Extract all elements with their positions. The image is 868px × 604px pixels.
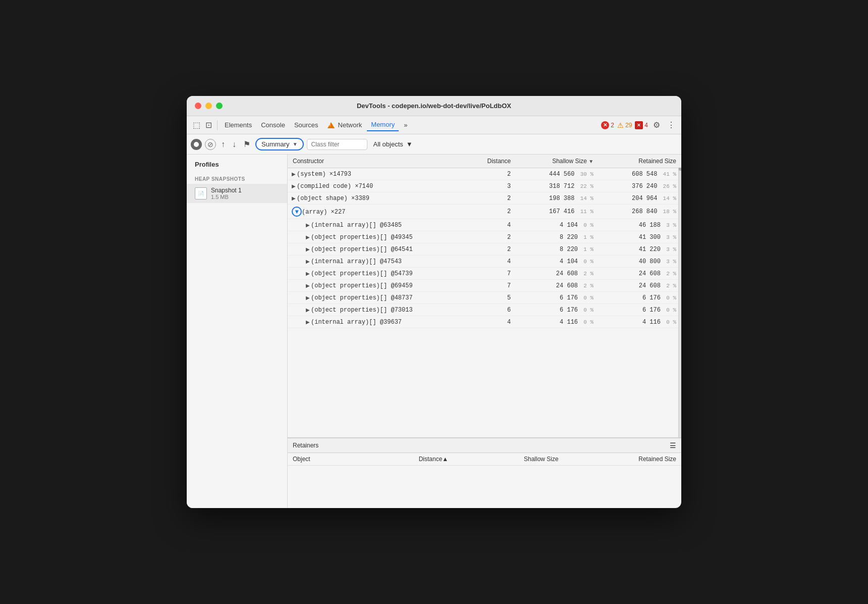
retained-size-cell: 24 608 2 % — [599, 268, 681, 280]
network-warn-icon — [328, 122, 335, 128]
expand-arrow-icon[interactable]: ▶ — [306, 222, 310, 228]
expand-arrow-icon[interactable]: ▶ — [306, 271, 310, 276]
expand-arrow-icon[interactable]: ▶ — [306, 234, 310, 240]
expand-arrow-blue-icon[interactable]: ▾ — [292, 207, 302, 217]
table-row[interactable]: ▶ (object properties)[] @6454128 220 1 %… — [288, 243, 681, 256]
retainers-empty-row — [288, 466, 681, 496]
expand-arrow-icon[interactable]: ▶ — [306, 283, 310, 288]
shallow-size-cell: 444 560 30 % — [516, 168, 599, 180]
shallow-size-cell: 4 104 0 % — [516, 256, 599, 268]
shallow-size-cell: 4 116 0 % — [516, 316, 599, 328]
close-button[interactable] — [195, 103, 201, 109]
table-row[interactable]: ▶ (compiled code) ×71403318 712 22 %376 … — [288, 180, 681, 192]
retainers-menu-icon[interactable]: ☰ — [670, 441, 676, 449]
sidebar-snapshot-item[interactable]: 📄 Snapshot 1 1.5 MB — [187, 184, 287, 203]
retained-size-cell: 376 240 26 % — [599, 180, 681, 192]
retained-size-cell: 24 608 2 % — [599, 280, 681, 292]
shallow-size-cell: 167 416 11 % — [516, 205, 599, 219]
expand-arrow-icon[interactable]: ▶ — [306, 319, 310, 325]
retained-size-cell: 608 548 41 % — [599, 168, 681, 180]
constructor-label: (object properties)[] @54739 — [311, 270, 413, 277]
main-panel: Constructor Distance Shallow Size ▼ Reta… — [288, 155, 681, 508]
expand-arrow-icon[interactable]: ▶ — [306, 295, 310, 300]
expand-arrow-icon[interactable]: ▶ — [306, 246, 310, 252]
col-header-constructor[interactable]: Constructor — [288, 155, 465, 168]
constructor-label: (object properties)[] @64541 — [311, 246, 413, 253]
distance-cell: 2 — [465, 205, 516, 219]
retainers-col-shallow[interactable]: Shallow Size — [453, 453, 563, 466]
download-icon[interactable]: ↓ — [230, 139, 238, 150]
retained-size-cell: 6 176 0 % — [599, 292, 681, 304]
distance-cell: 2 — [465, 243, 516, 256]
col-header-distance[interactable]: Distance — [465, 155, 516, 168]
scrollbar-track[interactable] — [678, 155, 681, 437]
distance-cell: 7 — [465, 280, 516, 292]
snapshot-info: Snapshot 1 1.5 MB — [211, 187, 279, 200]
more-tabs-button[interactable]: » — [400, 119, 411, 131]
distance-cell: 6 — [465, 304, 516, 316]
settings-icon[interactable]: ⚙ — [651, 119, 662, 131]
record-button[interactable] — [191, 139, 202, 150]
all-objects-label: All objects — [373, 140, 403, 148]
window-title: DevTools - codepen.io/web-dot-dev/live/P… — [357, 102, 511, 110]
minimize-button[interactable] — [205, 103, 212, 109]
sort-arrow-icon: ▼ — [588, 159, 593, 164]
expand-arrow-icon[interactable]: ▶ — [292, 195, 296, 201]
table-row[interactable]: ▶ (internal array)[] @3963744 116 0 %4 1… — [288, 316, 681, 328]
sidebar-heap-section: HEAP SNAPSHOTS — [187, 172, 287, 184]
heap-table: Constructor Distance Shallow Size ▼ Reta… — [288, 155, 681, 328]
maximize-button[interactable] — [216, 103, 223, 109]
tab-memory[interactable]: Memory — [367, 119, 399, 131]
device-icon[interactable]: ⊡ — [203, 119, 214, 131]
heap-table-container[interactable]: Constructor Distance Shallow Size ▼ Reta… — [288, 155, 681, 437]
col-header-shallow[interactable]: Shallow Size ▼ — [516, 155, 599, 168]
table-row[interactable]: ▶ (object properties)[] @69459724 608 2 … — [288, 280, 681, 292]
retainers-col-distance[interactable]: Distance▲ — [356, 453, 454, 466]
table-header-row: Constructor Distance Shallow Size ▼ Reta… — [288, 155, 681, 168]
distance-cell: 7 — [465, 268, 516, 280]
table-row[interactable]: ▶ (object properties)[] @4873756 176 0 %… — [288, 292, 681, 304]
table-row[interactable]: ▾(array) ×2272167 416 11 %268 840 18 % — [288, 205, 681, 219]
upload-icon[interactable]: ↑ — [219, 139, 227, 150]
constructor-label: (compiled code) ×7140 — [297, 183, 373, 190]
error-badge: ✕ 2 — [601, 121, 614, 129]
class-filter-input[interactable] — [307, 139, 367, 150]
snapshot-icon: 📄 — [195, 187, 207, 199]
tab-sources[interactable]: Sources — [290, 119, 322, 131]
expand-arrow-icon[interactable]: ▶ — [306, 259, 310, 264]
table-row[interactable]: ▶ (internal array)[] @6348544 104 0 %46 … — [288, 219, 681, 231]
col-header-retained[interactable]: Retained Size — [599, 155, 681, 168]
main-toolbar: ⬚ ⊡ Elements Console Sources Network Mem… — [187, 116, 681, 134]
expand-arrow-icon[interactable]: ▶ — [306, 307, 310, 313]
table-row[interactable]: ▶ (system) ×147932444 560 30 %608 548 41… — [288, 168, 681, 180]
collect-icon[interactable]: ⚑ — [241, 138, 252, 150]
retainers-header: Retainers ☰ — [288, 438, 681, 453]
tab-console[interactable]: Console — [257, 119, 289, 131]
all-objects-dropdown[interactable]: All objects ▼ — [370, 139, 416, 149]
tab-network[interactable]: Network — [323, 119, 366, 131]
table-row[interactable]: ▶ (object shape) ×33892198 388 14 %204 9… — [288, 192, 681, 205]
sidebar: Profiles HEAP SNAPSHOTS 📄 Snapshot 1 1.5… — [187, 155, 288, 508]
tab-elements[interactable]: Elements — [221, 119, 256, 131]
summary-dropdown[interactable]: Summary ▼ — [255, 138, 304, 150]
snapshot-name: Snapshot 1 — [211, 187, 279, 194]
snapshot-size: 1.5 MB — [211, 194, 279, 200]
expand-arrow-icon[interactable]: ▶ — [292, 183, 296, 189]
table-row[interactable]: ▶ (object properties)[] @4934528 220 1 %… — [288, 231, 681, 243]
shallow-size-cell: 6 176 0 % — [516, 292, 599, 304]
retainers-col-retained[interactable]: Retained Size — [564, 453, 681, 466]
retained-size-cell: 40 800 3 % — [599, 256, 681, 268]
more-options-icon[interactable]: ⋮ — [665, 119, 677, 131]
expand-arrow-icon[interactable]: ▶ — [292, 171, 296, 177]
toolbar-separator — [217, 120, 218, 130]
inspector-icon[interactable]: ⬚ — [191, 119, 202, 131]
error-icon: ✕ — [601, 121, 609, 129]
clear-button[interactable]: ⊘ — [205, 139, 216, 150]
distance-cell: 2 — [465, 192, 516, 205]
table-row[interactable]: ▶ (internal array)[] @4754344 104 0 %40 … — [288, 256, 681, 268]
retained-size-cell: 41 220 3 % — [599, 243, 681, 256]
record-dot-icon — [194, 142, 199, 147]
retainers-col-object[interactable]: Object — [288, 453, 356, 466]
table-row[interactable]: ▶ (object properties)[] @54739724 608 2 … — [288, 268, 681, 280]
table-row[interactable]: ▶ (object properties)[] @7301366 176 0 %… — [288, 304, 681, 316]
